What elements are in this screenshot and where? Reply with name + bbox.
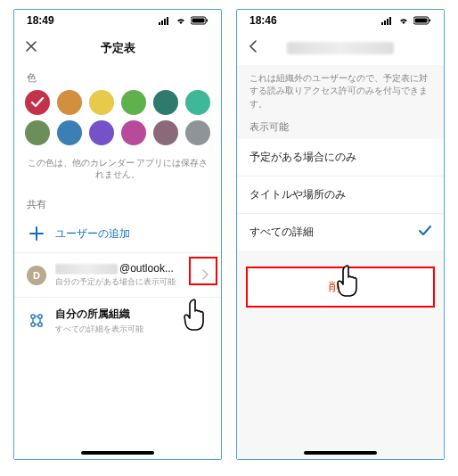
svg-rect-17 [429,20,431,22]
nav-bar [237,31,444,65]
org-icon [27,311,46,331]
svg-point-7 [31,315,35,318]
shared-user-row[interactable]: D @outlook... 自分の予定がある場合に表示可能 [14,253,221,298]
redacted-name [55,264,118,275]
color-swatch-5[interactable] [185,90,210,115]
svg-point-8 [38,315,42,318]
share-section-label: 共有 [14,193,221,215]
close-icon[interactable] [25,40,37,56]
status-icons [381,16,431,25]
perm-list: 予定がある場合にのみ タイトルや場所のみ すべての詳細 [237,139,444,250]
svg-rect-14 [389,17,391,25]
home-indicator [81,451,154,455]
back-icon[interactable] [248,40,258,56]
svg-rect-11 [381,22,383,25]
svg-rect-3 [167,17,168,25]
color-swatch-1[interactable] [57,90,82,115]
permission-note: これは組織外のユーザーなので、予定表に対する読み取りアクセス許可のみを付与できま… [237,65,444,121]
signal-icon [381,16,394,25]
add-user-label: ユーザーの追加 [55,226,209,242]
add-user-row[interactable]: ユーザーの追加 [14,215,221,253]
perm-busy-only[interactable]: 予定がある場合にのみ [237,139,444,176]
phone-left: 18:49 予定表 色 この色は、他のカレンダー アプリには保存されません。 共… [13,9,222,460]
page-title: 予定表 [14,40,221,56]
color-swatch-4[interactable] [153,90,178,115]
color-swatch-10[interactable] [153,120,178,145]
avatar: D [27,266,46,285]
chevron-right-icon [201,268,209,283]
color-swatch-11[interactable] [185,120,210,145]
perm-label: 予定がある場合にのみ [249,150,356,165]
color-swatch-6[interactable] [25,120,50,145]
content-area: 色 この色は、他のカレンダー アプリには保存されません。 共有 ユーザーの追加 … [14,65,221,459]
svg-rect-16 [415,19,428,23]
color-grid [14,90,221,154]
status-bar: 18:49 [14,10,221,31]
battery-icon [191,16,209,25]
perm-all-details[interactable]: すべての詳細 [237,214,444,250]
delete-label: 削除 [329,280,352,293]
wifi-icon [397,16,410,25]
content-area: これは組織外のユーザーなので、予定表に対する読み取りアクセス許可のみを付与できま… [237,65,444,459]
status-time: 18:49 [27,14,54,27]
perm-title-location[interactable]: タイトルや場所のみ [237,176,444,214]
status-icons [159,16,209,25]
perm-section-label: 表示可能 [237,121,444,139]
nav-bar: 予定表 [14,31,221,65]
svg-point-9 [31,323,35,326]
color-section-label: 色 [14,65,221,90]
color-swatch-2[interactable] [89,90,114,115]
svg-rect-1 [161,21,163,25]
org-row[interactable]: 自分の所属組織 すべての詳細を表示可能 [14,298,221,344]
svg-rect-0 [159,22,160,25]
color-note-text: この色は、他のカレンダー アプリには保存されません。 [14,154,221,193]
check-icon [31,97,44,108]
perm-label: タイトルや場所のみ [249,187,346,202]
battery-icon [413,16,431,25]
svg-rect-6 [207,20,209,22]
page-title-redacted [237,42,444,54]
org-sub: すべての詳細を表示可能 [55,324,209,335]
svg-point-10 [38,323,42,326]
check-icon [419,225,431,239]
svg-rect-13 [387,19,388,25]
color-swatch-7[interactable] [57,120,82,145]
wifi-icon [175,16,187,25]
home-indicator [304,451,377,455]
user-email: @outlook... [55,262,192,275]
status-time: 18:46 [249,14,277,27]
svg-rect-2 [164,19,166,25]
color-swatch-0[interactable] [25,90,50,115]
plus-icon [27,224,46,243]
color-swatch-8[interactable] [89,120,114,145]
perm-label: すべての詳細 [249,225,314,240]
org-title: 自分の所属組織 [55,307,209,322]
svg-rect-12 [384,21,386,25]
user-permission-sub: 自分の予定がある場合に表示可能 [55,276,192,288]
signal-icon [159,16,171,25]
svg-rect-5 [192,19,205,23]
phone-right: 18:46 これは組織外のユーザーなので、予定表に対する読み取りアクセス許可のみ… [236,9,445,460]
status-bar: 18:46 [237,10,444,31]
delete-button[interactable]: 削除 [246,267,435,308]
color-swatch-3[interactable] [121,90,146,115]
color-swatch-9[interactable] [121,120,146,145]
